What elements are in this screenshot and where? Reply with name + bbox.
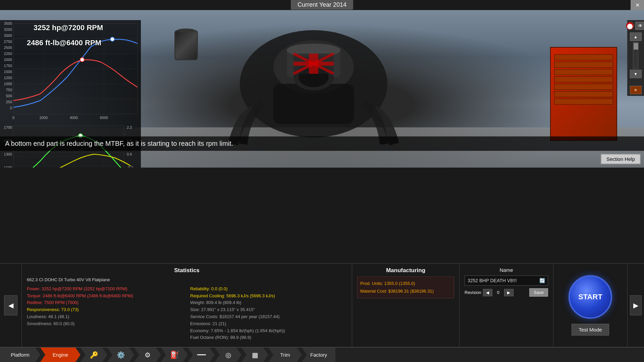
bottom-panel: ◀ Statistics 662.3 CI DOHC DI Turbo 40V … [0, 263, 644, 347]
refresh-icon[interactable]: 🔄 [539, 278, 545, 283]
revision-row: Revision ◀ 0 ▶ Save [465, 288, 548, 297]
svg-text:2500: 2500 [4, 46, 12, 50]
tab-key[interactable]: 🔑 [80, 348, 107, 362]
stats-left: Power: 3252 hp@7200 RPM (3252 hp@7200 RP… [27, 286, 183, 341]
loudness-stat: Loudness: 48.1 (48.1) [27, 313, 183, 320]
svg-text:4000: 4000 [70, 116, 78, 120]
svg-text:1750: 1750 [4, 64, 12, 68]
title-text: Current Year 2014 [298, 1, 346, 8]
scroll-thumb[interactable] [634, 43, 638, 50]
tab-circle-icon: ◎ [225, 351, 231, 359]
section-help-button[interactable]: Section Help [601, 154, 641, 164]
eye-button[interactable]: 👁 [635, 22, 644, 30]
tab-platform[interactable]: Platform [0, 348, 40, 362]
fuel-octane-stat: Fuel Octane (RON): 98.9 (98.9) [190, 334, 347, 341]
svg-text:2000: 2000 [40, 116, 48, 120]
scroll-up-button[interactable]: ▲ [630, 33, 642, 41]
manufacturing-section: Manufacturing Prod. Units: 1355.0 (1355.… [352, 264, 460, 347]
tab-tuning-icon: ⚙️ [117, 351, 125, 359]
toolbox-drawer [554, 99, 613, 105]
tab-circle[interactable]: ◎ [215, 348, 241, 362]
responsiveness-stat: Responsiveness: 73.0 (73) [27, 306, 183, 313]
toolbox-drawer [554, 84, 613, 90]
close-button[interactable]: ✕ [631, 0, 644, 10]
emissions-stat: Emissions: 21 (21) [190, 320, 347, 327]
tab-factory[interactable]: Factory [302, 348, 335, 362]
engine-name-text: 3252 BHP DEATH V8!!! [468, 278, 517, 283]
svg-text:1100: 1100 [4, 166, 12, 168]
save-button[interactable]: Save [529, 288, 548, 297]
tab-grid[interactable]: ▦ [241, 348, 268, 362]
engine-viewport: 3252 hp@7200 RPM 2486 ft-lb@6400 RPM [0, 10, 644, 168]
redline-stat: Redline: 7500 RPM (7500) [27, 299, 183, 306]
svg-text:6000: 6000 [100, 116, 108, 120]
tab-bars[interactable]: ━━━ [188, 348, 215, 362]
svg-text:3500: 3500 [4, 21, 12, 25]
test-mode-button[interactable]: Test Mode [572, 324, 609, 336]
svg-text:0: 0 [10, 106, 12, 110]
tab-factory-label: Factory [310, 352, 327, 358]
bottom-nav-bar: Platform Engine 🔑 ⚙️ ⚙ ⛽ ━━━ ◎ ▦ Trim Fa… [0, 347, 644, 362]
svg-text:0: 0 [12, 116, 14, 120]
torque-label: 2486 ft-lb@6400 RPM [27, 39, 101, 47]
svg-text:1000: 1000 [4, 82, 12, 86]
engine-graphic [117, 10, 510, 158]
tab-engine[interactable]: Engine [40, 348, 80, 362]
svg-rect-11 [293, 62, 334, 66]
start-button[interactable]: START [569, 275, 612, 319]
tab-tuning[interactable]: ⚙️ [107, 348, 134, 362]
svg-text:2750: 2750 [4, 40, 12, 44]
tab-trim-label: Trim [280, 352, 290, 358]
tab-fuel[interactable]: ⛽ [161, 348, 188, 362]
tab-trim[interactable]: Trim [268, 348, 302, 362]
tab-fuel-icon: ⛽ [170, 351, 179, 359]
svg-text:250: 250 [6, 100, 12, 104]
svg-text:1500: 1500 [4, 70, 12, 74]
name-section: Name 3252 BHP DEATH V8!!! 🔄 Revision ◀ 0… [460, 264, 553, 347]
material-cost: Material Cost: $38196.31 ($38196.31) [360, 287, 451, 295]
manufacturing-header: Manufacturing [357, 267, 454, 274]
toolbox [550, 47, 617, 141]
nav-left-button[interactable]: ◀ [4, 295, 17, 315]
svg-text:1700: 1700 [4, 125, 12, 129]
tab-settings[interactable]: ⚙ [134, 348, 161, 362]
service-costs-stat: Service Costs: $18157.44 per year (18157… [190, 313, 347, 320]
manufacturing-data-box: Prod. Units: 1355.0 (1355.0) Material Co… [357, 277, 454, 298]
tab-bars-icon: ━━━ [197, 352, 205, 358]
economy-stat: Economy: 7.65% - 1.654 lb/(hph) (1.654 l… [190, 327, 347, 335]
torque-stat: Torque: 2486 ft-lb@6400 RPM (2486 ft-lb@… [27, 293, 183, 300]
scroll-track [633, 42, 638, 69]
tab-key-icon: 🔑 [90, 351, 98, 359]
hp-torque-chart: 3252 hp@7200 RPM 2486 ft-lb@6400 RPM [0, 20, 141, 124]
engine-description: 662.3 CI DOHC DI Turbo 40V V8 Flatplane [27, 277, 347, 284]
statistics-section: Statistics 662.3 CI DOHC DI Turbo 40V V8… [22, 264, 352, 347]
cancel-scroll-button[interactable]: ✕ [630, 86, 642, 94]
tab-settings-icon: ⚙ [145, 351, 151, 359]
toolbox-drawer [554, 76, 613, 82]
revision-next-button[interactable]: ▶ [504, 289, 514, 296]
svg-text:1300: 1300 [4, 152, 12, 156]
svg-point-21 [110, 37, 114, 41]
engine-name-display: 3252 BHP DEATH V8!!! 🔄 [465, 276, 548, 286]
scroll-down-button[interactable]: ▼ [630, 70, 642, 78]
svg-text:2250: 2250 [4, 52, 12, 56]
stats-right: Reliability: 0.0 (0.0) Required Cooling:… [190, 286, 347, 341]
name-label: Name [465, 267, 548, 273]
size-stat: Size: 27.991" x 23.115" x 35.415" [190, 306, 347, 313]
svg-text:0.6: 0.6 [127, 152, 132, 156]
revision-prev-button[interactable]: ◀ [483, 289, 492, 296]
left-nav-section: ◀ [0, 264, 22, 347]
warning-message: A bottom end part is reducing the MTBF, … [0, 136, 644, 151]
title-bar: Current Year 2014 [291, 0, 353, 10]
tab-platform-label: Platform [11, 352, 30, 358]
svg-text:500: 500 [6, 94, 12, 98]
svg-text:2000: 2000 [4, 58, 12, 62]
svg-point-22 [80, 58, 84, 62]
reliability-stat: Reliability: 0.0 (0.0) [190, 286, 347, 293]
record-button[interactable]: ⬤ [626, 22, 634, 30]
nav-right-button[interactable]: ▶ [630, 295, 642, 315]
svg-text:-0.2: -0.2 [127, 166, 133, 168]
tab-grid-icon: ▦ [252, 351, 258, 359]
svg-text:750: 750 [6, 88, 12, 92]
scroll-area: ⬤ 👁 ▲ ▼ ✕ [627, 20, 644, 96]
